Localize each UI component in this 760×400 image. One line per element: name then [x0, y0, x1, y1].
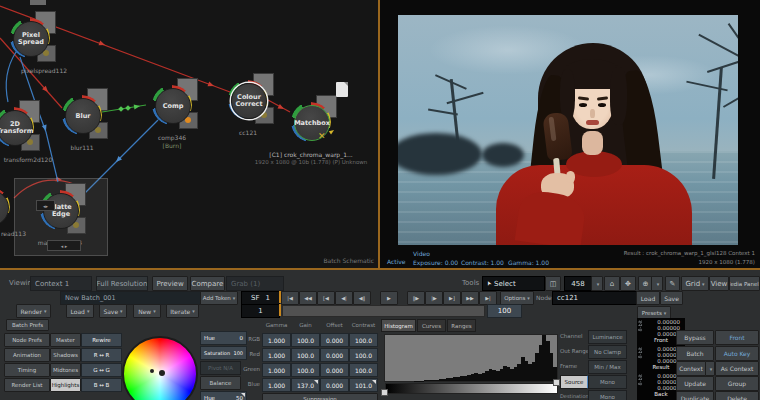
rewire-blue-select[interactable]: B ↔ B — [81, 378, 122, 392]
transport-prev-key[interactable]: ◀◀ — [299, 291, 317, 305]
transport-next-cut[interactable]: ▶] — [443, 291, 461, 305]
grab-select[interactable]: Grab (1) — [226, 276, 284, 291]
tab-curves[interactable]: Curves — [417, 319, 446, 332]
node-load-button[interactable]: Load — [636, 291, 660, 305]
rgb-offset[interactable]: 0.000 — [320, 333, 349, 347]
tab-ranges[interactable]: Ranges — [447, 319, 476, 332]
rewire-select[interactable]: Rewire — [81, 333, 122, 347]
front-button[interactable]: Front — [715, 330, 759, 345]
node-pixel-spread[interactable]: Pixel Spread pixelspread112 — [2, 10, 58, 66]
save-button[interactable]: Save▾ — [99, 304, 127, 318]
matte-edge-widget[interactable]: ◂▸ — [36, 200, 55, 211]
out-range-select[interactable]: No Clamp — [588, 345, 627, 359]
node-matchbox[interactable]: Matchbox [C1] crok_chroma_warp_1... 1920… — [283, 94, 339, 150]
viewer-gamma[interactable]: Gamma: 1.00 — [508, 259, 549, 266]
batch-prefs-button[interactable]: Batch Prefs — [6, 319, 49, 331]
transport-step-forward[interactable]: |▶ — [425, 291, 443, 305]
transport-play[interactable]: ▶ — [380, 291, 398, 305]
wheel-cursor-icon[interactable] — [150, 369, 154, 373]
eyedropper-button[interactable]: ✎ — [665, 276, 680, 291]
tool-select-field[interactable]: ➤ Select — [482, 276, 545, 291]
node-save-button[interactable]: Save — [660, 291, 683, 305]
node-comp[interactable]: Comp comp346 [Burn] — [144, 77, 200, 133]
green-gain[interactable]: 100.0 — [291, 363, 320, 377]
blue-gamma[interactable]: 1.000 — [262, 378, 291, 392]
pane-divider[interactable] — [378, 0, 380, 268]
viewer-exposure[interactable]: Exposure: 0.00 — [413, 259, 458, 266]
auto-key-button[interactable]: Auto Key — [715, 346, 759, 361]
render-list-button[interactable]: Render List — [4, 378, 50, 392]
media-panel-button[interactable]: Media Panel▾ — [729, 276, 760, 291]
grid-button[interactable]: Grid▾ — [681, 276, 709, 291]
rgb-gamma[interactable]: 1.000 — [262, 333, 291, 347]
green-gamma[interactable]: 1.000 — [262, 363, 291, 377]
transport-prev-cut[interactable]: [◀ — [317, 291, 335, 305]
suppression-button[interactable]: Suppression — [262, 393, 378, 400]
batch-schematic-pane[interactable]: Pixel Spread pixelspread112 read113 2D T… — [0, 0, 378, 268]
timeline-slider[interactable] — [282, 305, 485, 317]
red-gamma[interactable]: 1.000 — [262, 348, 291, 362]
update-button[interactable]: Update — [676, 376, 714, 391]
add-media-dropdown[interactable]: ▾ — [651, 276, 663, 291]
color-wheel[interactable] — [122, 336, 198, 400]
hue2-field[interactable]: Hue50 — [200, 391, 247, 400]
gradient-handle-black[interactable] — [381, 389, 388, 396]
add-token-button[interactable]: Add Token▾ — [200, 291, 238, 305]
balance-button[interactable]: Balance — [200, 376, 241, 390]
batch-button[interactable]: Batch — [676, 346, 714, 361]
viewer-mode-label[interactable]: Video — [413, 250, 430, 257]
green-offset[interactable]: 0.000 — [320, 363, 349, 377]
transport-next-key[interactable]: ▶▶ — [461, 291, 479, 305]
matte-edge-widget[interactable]: ◂ ▸ — [47, 240, 81, 251]
shadows-button[interactable]: Shadows — [50, 348, 81, 362]
transport-play-forward[interactable]: ‖▶ — [407, 291, 425, 305]
node-name-field[interactable]: cc121 — [552, 291, 638, 305]
animation-button[interactable]: Animation — [4, 348, 50, 362]
transport-play-reverse[interactable]: ◀‖ — [353, 291, 371, 305]
load-button[interactable]: Load▾ — [66, 304, 94, 318]
options-button[interactable]: Options▾ — [500, 291, 534, 305]
preview-button[interactable]: Preview — [152, 276, 188, 291]
transport-go-end[interactable]: ▶| — [479, 291, 497, 305]
batch-name-field[interactable]: New Batch_001 — [60, 291, 203, 305]
rgb-contrast[interactable]: 100.0 — [349, 333, 378, 347]
channel-select[interactable]: Luminance — [588, 330, 627, 344]
source-button[interactable]: Source — [560, 375, 589, 389]
zoom-level-field[interactable]: 458 — [564, 276, 592, 291]
green-contrast[interactable]: 100.0 — [349, 363, 378, 377]
histogram-plot[interactable] — [384, 334, 558, 382]
start-frame-field[interactable]: SF1 — [241, 291, 280, 305]
rgb-gain[interactable]: 100.0 — [291, 333, 320, 347]
zoom-dropdown[interactable]: ▾ — [591, 276, 603, 291]
as-context-button[interactable]: As Context — [715, 361, 759, 376]
highlights-button[interactable]: Highlights — [50, 378, 81, 392]
split-view-button[interactable]: ◫ — [545, 276, 561, 291]
context-dropdown[interactable]: ▾ — [705, 361, 715, 376]
gradient-handle-white[interactable] — [553, 379, 560, 386]
frame-select[interactable]: Min / Max — [588, 360, 627, 374]
timing-button[interactable]: Timing — [4, 363, 50, 377]
midtones-button[interactable]: Midtones — [50, 363, 81, 377]
node-colour-correct[interactable]: Colour Correct cc121 — [220, 72, 276, 128]
viewer-contrast[interactable]: Contrast: 1.00 — [461, 259, 504, 266]
resolution-select[interactable]: Full Resolution — [96, 276, 148, 291]
red-offset[interactable]: 0.000 — [320, 348, 349, 362]
wheel-cursor-icon[interactable] — [159, 370, 165, 376]
home-view-button[interactable]: ⌂ — [604, 276, 620, 291]
transport-go-start[interactable]: |◀ — [281, 291, 299, 305]
master-button[interactable]: Master — [50, 333, 81, 347]
view-button[interactable]: View — [709, 276, 729, 291]
compare-button[interactable]: Compare — [190, 276, 225, 291]
tab-histogram[interactable]: Histogram — [381, 319, 416, 332]
end-frame-field[interactable]: 100 — [487, 304, 522, 318]
destination-select[interactable]: Mono — [588, 390, 627, 400]
group-button[interactable]: Group — [715, 376, 759, 391]
fit-view-button[interactable]: ✥ — [620, 276, 636, 291]
node-blur[interactable]: Blur blur111 — [54, 87, 110, 143]
red-contrast[interactable]: 100.0 — [349, 348, 378, 362]
context-button[interactable]: Context — [676, 361, 706, 376]
node-prefs-button[interactable]: Node Prefs — [4, 333, 50, 347]
new-button[interactable]: New▾ — [133, 304, 161, 318]
current-frame-field[interactable]: 1 — [241, 304, 280, 318]
blue-contrast[interactable]: 101.0 — [349, 378, 378, 392]
